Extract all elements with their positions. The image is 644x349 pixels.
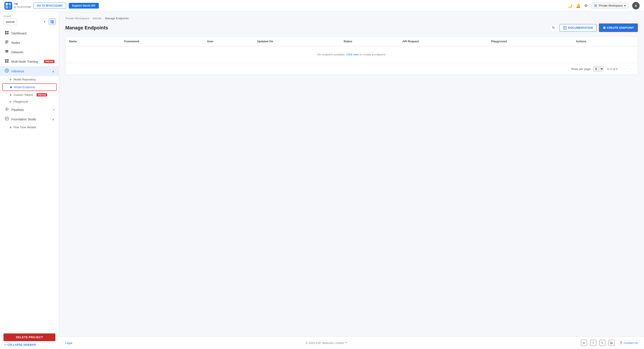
chevron-down-icon: ▾ (624, 4, 626, 7)
svg-rect-5 (52, 20, 54, 22)
delete-project-button[interactable]: DELETE PROJECT (4, 333, 56, 341)
inference-icon (4, 68, 9, 74)
main-wrapper: Private Workspace › tutorial › Manage En… (59, 12, 644, 349)
svg-point-24 (5, 109, 6, 110)
table-body: No endpoint available. Click here to cre… (66, 46, 638, 63)
svg-rect-10 (5, 31, 6, 33)
next-page-button[interactable]: › (628, 66, 634, 72)
dark-mode-icon[interactable]: 🌙 (568, 3, 572, 8)
pagination-buttons: ‹ › (621, 66, 634, 72)
footer-right: in f 𝕏 ❓ Contact Us (581, 340, 638, 346)
col-framework: Framework (121, 37, 204, 46)
svg-rect-4 (50, 20, 52, 22)
breadcrumb-project[interactable]: tutorial (93, 17, 101, 20)
page-title: Manage Endpoints (65, 25, 108, 31)
question-icon: ❓ (619, 341, 622, 344)
workspace-icon: ⊞ (594, 4, 597, 8)
sidebar-item-nodes[interactable]: Nodes (0, 38, 59, 47)
sidebar-subitem-model-endpoints[interactable]: Model Endpoints (2, 83, 57, 91)
legal-link[interactable]: Legal (65, 341, 72, 344)
project-select[interactable]: tutorial (4, 19, 17, 25)
add-project-button[interactable] (49, 19, 56, 25)
twitter-icon[interactable]: 𝕏 (599, 340, 606, 346)
svg-rect-15 (5, 42, 8, 42)
col-user: User (204, 37, 254, 46)
svg-rect-2 (6, 6, 8, 8)
refresh-button[interactable]: ↻ (549, 24, 557, 32)
sidebar-item-foundation-studio[interactable]: Foundation Studio ▲ (0, 114, 59, 124)
sidebar-subitem-custom-tokens[interactable]: Custom Tokens Internal (0, 91, 59, 98)
create-endpoint-label: CREATE ENDPOINT (607, 26, 634, 29)
user-avatar[interactable]: A (632, 2, 640, 10)
copyright: © 2024 E2E Networks Limited ™ (306, 341, 348, 344)
logo-text: TIRAI PLATFORM (14, 3, 31, 8)
sub-dot-fine-tune (10, 127, 12, 128)
breadcrumb-workspace[interactable]: Private Workspace (65, 17, 89, 20)
prev-page-button[interactable]: ‹ (621, 66, 627, 72)
explore-genai-button[interactable]: Explore GenAI API (69, 3, 99, 9)
col-status: Status (340, 37, 399, 46)
breadcrumb-current: Manage Endpoints (105, 17, 128, 20)
linkedin-icon[interactable]: in (581, 340, 587, 346)
sub-dot-model-endpoints (10, 86, 12, 88)
sidebar: Project tutorial (0, 12, 59, 349)
sidebar-item-datasets[interactable]: Datasets (0, 47, 59, 57)
goto-myaccount-button[interactable]: GO TO MYACCOUNT (34, 3, 66, 9)
sidebar-item-label-dashboard: Dashboard (12, 32, 54, 35)
sidebar-subitem-label-model-endpoints: Model Endpoints (14, 86, 35, 89)
main-inner: Private Workspace › tutorial › Manage En… (59, 12, 644, 80)
svg-rect-0 (6, 3, 8, 5)
foundation-studio-icon (4, 117, 9, 122)
rows-per-page: Rows per page: 5 10 25 (571, 66, 604, 72)
logo-area: TIRAI PLATFORM (4, 2, 31, 10)
svg-rect-11 (7, 31, 8, 33)
workspace-selector[interactable]: ⊞ Private Workspace ▾ (591, 2, 629, 9)
sidebar-item-dashboard[interactable]: Dashboard (0, 29, 59, 38)
page-header: Manage Endpoints ↻ DOCUMENTATION ⊕ CREAT… (65, 24, 638, 32)
topnav-right: 🌙 🔔 ⚙ ⊞ Private Workspace ▾ A (568, 2, 640, 10)
svg-rect-21 (7, 61, 8, 63)
endpoints-table: Name Framework User Updated On Status AP… (66, 37, 638, 63)
breadcrumb-sep-1: › (90, 17, 91, 20)
empty-message-text: No endpoint available. (318, 53, 346, 56)
sidebar-subitem-label-fine-tune: Fine Tune Models (14, 126, 36, 129)
inference-expand-icon: ▲ (52, 70, 54, 73)
app-layout: Project tutorial (0, 12, 644, 349)
sidebar-item-inference[interactable]: Inference ▲ (0, 66, 59, 76)
pagination-info: 0–0 of 0 (607, 67, 618, 71)
sidebar-subitem-fine-tune[interactable]: Fine Tune Models (0, 124, 59, 131)
sidebar-item-label-pipelines: Pipelines (12, 108, 51, 112)
click-here-link[interactable]: Click here (346, 53, 359, 56)
refresh-icon: ↻ (552, 26, 555, 30)
col-api-request: API Request (399, 37, 488, 46)
multinode-icon (4, 59, 9, 64)
empty-suffix: to create a endpoint. (360, 53, 386, 56)
endpoints-table-container: Name Framework User Updated On Status AP… (65, 36, 638, 75)
internal-badge-custom-tokens: Internal (36, 93, 47, 97)
create-endpoint-button[interactable]: ⊕ CREATE ENDPOINT (599, 24, 638, 32)
sidebar-item-pipelines[interactable]: Pipelines ▾ (0, 105, 59, 114)
col-playground: Playground (488, 37, 572, 46)
sub-dot-model-repository (10, 79, 12, 81)
svg-rect-30 (5, 117, 8, 120)
table-footer: Rows per page: 5 10 25 0–0 of 0 ‹ › (66, 63, 638, 75)
collapse-sidebar-button[interactable]: « COLLAPSE SIDEBAR (4, 341, 56, 346)
settings-icon[interactable]: ⚙ (584, 3, 588, 8)
facebook-icon[interactable]: f (590, 340, 596, 346)
sidebar-subitem-playground[interactable]: Playground (0, 98, 59, 105)
svg-rect-16 (5, 43, 8, 43)
contact-us-link[interactable]: ❓ Contact Us (619, 341, 638, 344)
notification-icon[interactable]: 🔔 (576, 3, 581, 8)
svg-point-23 (6, 70, 7, 71)
workspace-label: Private Workspace (599, 4, 622, 7)
rows-per-page-select[interactable]: 5 10 25 (593, 66, 604, 72)
rss-icon[interactable] (608, 340, 615, 346)
sidebar-footer: DELETE PROJECT « COLLAPSE SIDEBAR (0, 330, 59, 349)
sub-dot-custom-tokens (10, 94, 12, 96)
svg-rect-6 (50, 22, 52, 23)
svg-point-25 (6, 107, 7, 108)
sidebar-item-multinode[interactable]: Multi-Node Training Internal (0, 57, 59, 66)
sidebar-subitem-model-repository[interactable]: Model Repository (0, 76, 59, 83)
documentation-button[interactable]: DOCUMENTATION (560, 24, 597, 32)
sidebar-item-label-multinode: Multi-Node Training (12, 60, 42, 63)
